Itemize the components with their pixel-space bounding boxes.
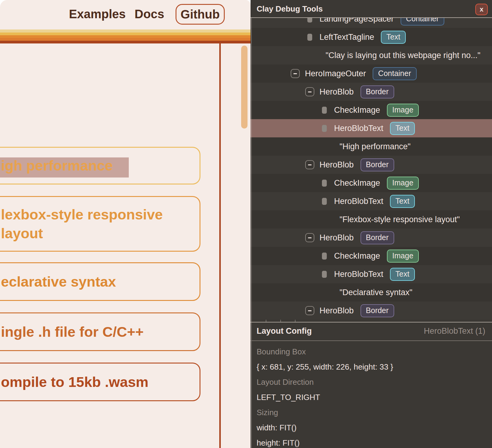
tree-row-heroblobtext[interactable]: HeroBlobTextText xyxy=(251,265,492,283)
layout-config-selected-element: HeroBlobText (1) xyxy=(424,326,485,336)
element-text-content: "High performance" xyxy=(340,142,411,151)
element-type-badge: Image xyxy=(387,250,419,263)
config-field-label: Sizing xyxy=(257,405,278,420)
config-field-value: height: FIT() xyxy=(257,435,300,448)
element-type-badge: Border xyxy=(360,158,394,171)
stripe-band xyxy=(0,33,251,35)
feature-box-text: igh performance xyxy=(1,156,200,175)
tree-row-heroblobtext[interactable]: HeroBlobTextText xyxy=(251,119,492,137)
github-button-label: Github xyxy=(181,8,220,21)
page-scrollbar-thumb[interactable] xyxy=(241,46,248,129)
stripe-band xyxy=(0,41,251,43)
tree-row-text-content[interactable]: "Clay is laying out this webpage right n… xyxy=(251,46,492,64)
layout-config-title: Layout Config xyxy=(257,326,312,336)
element-name: HeroBlobText xyxy=(334,197,383,206)
config-field-value: width: FIT() xyxy=(257,420,296,435)
element-type-badge: Text xyxy=(390,122,415,135)
element-name: HeroImageOuter xyxy=(305,69,366,78)
github-button[interactable]: Github xyxy=(176,4,225,25)
leaf-node-icon xyxy=(319,178,329,188)
leaf-node-icon xyxy=(319,251,329,261)
feature-box-text: ingle .h file for C/C++ xyxy=(1,322,200,341)
element-text-content: "Clay is laying out this webpage right n… xyxy=(326,51,480,60)
config-subdivider xyxy=(251,340,492,341)
feature-box: ompile to 15kb .wasm xyxy=(0,363,200,401)
webpage: Examples Docs Github igh performancelexb… xyxy=(0,0,251,448)
leaf-node-icon xyxy=(319,123,329,133)
panel-title: Clay Debug Tools xyxy=(257,4,323,14)
collapse-minus-icon xyxy=(305,233,314,242)
element-type-badge: Image xyxy=(387,177,419,190)
tree-row-heroblobtext[interactable]: HeroBlobTextText xyxy=(251,192,492,210)
element-name: HeroBlob xyxy=(319,306,354,315)
feature-box-text: ompile to 15kb .wasm xyxy=(1,373,200,391)
element-name: HeroBlobText xyxy=(334,124,383,133)
element-type-badge: Text xyxy=(390,268,415,281)
element-name: HeroBlobText xyxy=(334,270,383,279)
tree-row-heroblob[interactable]: HeroBlobBorder xyxy=(251,229,492,247)
element-name: CheckImage xyxy=(334,251,380,261)
nav-link-docs[interactable]: Docs xyxy=(135,7,164,21)
tree-row-text-content[interactable]: "Declarative syntax" xyxy=(251,283,492,302)
collapse-minus-icon xyxy=(305,87,314,96)
tree-row-checkimage[interactable]: CheckImageImage xyxy=(251,101,492,119)
collapse-toggle[interactable] xyxy=(290,69,300,78)
element-name: CheckImage xyxy=(334,178,380,188)
tree-row-checkimage[interactable]: CheckImageImage xyxy=(251,247,492,265)
tree-row-heroimageouter[interactable]: HeroImageOuterContainer xyxy=(251,64,492,83)
tree-row-heroblob[interactable]: HeroBlobBorder xyxy=(251,83,492,101)
stripe-band xyxy=(0,35,251,38)
feature-box: ingle .h file for C/C++ xyxy=(0,312,200,351)
element-type-badge: Border xyxy=(360,85,394,98)
collapse-toggle[interactable] xyxy=(305,306,315,315)
element-name: LandingPageSpacer xyxy=(319,18,394,24)
element-name: HeroBlob xyxy=(319,233,354,243)
element-name: HeroBlob xyxy=(319,160,354,170)
element-text-content: "Flexbox-style responsive layout" xyxy=(340,215,460,224)
config-field-value: LEFT_TO_RIGHT xyxy=(257,390,320,405)
leaf-node-icon xyxy=(319,269,329,279)
feature-box: igh performance xyxy=(0,147,200,184)
collapse-toggle[interactable] xyxy=(305,233,315,243)
element-type-badge: Container xyxy=(373,67,416,80)
element-tree: LandingPageSpacerContainerLeftTextTaglin… xyxy=(251,18,492,322)
element-name: LeftTextTagline xyxy=(319,33,374,42)
leaf-node-icon xyxy=(319,105,329,115)
feature-box: eclarative syntax xyxy=(0,262,200,301)
element-type-badge: Container xyxy=(401,18,444,26)
screenshot-root: Examples Docs Github igh performancelexb… xyxy=(0,0,492,448)
stripe-band xyxy=(0,29,251,33)
collapse-minus-icon xyxy=(305,160,314,169)
feature-box-text: eclarative syntax xyxy=(1,272,200,291)
tree-row-landingpagespacer[interactable]: LandingPageSpacerContainer xyxy=(251,18,492,28)
collapse-minus-icon xyxy=(305,306,314,315)
config-field-label: Bounding Box xyxy=(257,344,306,359)
leaf-node-icon xyxy=(305,32,315,42)
page-vertical-divider xyxy=(219,43,221,448)
tree-row-heroblob[interactable]: HeroBlobBorder xyxy=(251,302,492,320)
close-icon: x xyxy=(480,5,483,13)
nav-link-examples[interactable]: Examples xyxy=(69,7,126,21)
tree-row-text-content[interactable]: "High performance" xyxy=(251,137,492,156)
config-divider xyxy=(251,322,492,322)
element-type-badge: Image xyxy=(387,104,419,117)
config-field-label: Layout Direction xyxy=(257,374,314,390)
clay-debug-panel: Clay Debug Tools x LandingPageSpacerCont… xyxy=(251,0,492,448)
tree-row-checkimage[interactable]: CheckImageImage xyxy=(251,174,492,192)
collapse-toggle[interactable] xyxy=(305,160,315,170)
element-type-badge: Border xyxy=(360,304,394,317)
tree-row-lefttexttagline[interactable]: LeftTextTaglineText xyxy=(251,28,492,46)
element-type-badge: Text xyxy=(390,195,415,208)
close-button[interactable]: x xyxy=(475,4,488,15)
config-field-value: { x: 681, y: 255, width: 226, height: 33… xyxy=(257,359,393,374)
leaf-node-icon xyxy=(305,18,315,24)
tree-row-heroblob[interactable]: HeroBlobBorder xyxy=(251,156,492,174)
element-type-badge: Border xyxy=(360,231,394,244)
leaf-node-icon xyxy=(319,196,329,206)
collapse-toggle[interactable] xyxy=(305,87,315,97)
element-name: HeroBlob xyxy=(319,87,354,97)
element-text-content: "Declarative syntax" xyxy=(340,288,412,297)
feature-box: lexbox-style responsive layout xyxy=(0,196,200,252)
tree-row-text-content[interactable]: "Flexbox-style responsive layout" xyxy=(251,210,492,229)
element-type-badge: Text xyxy=(381,31,406,44)
